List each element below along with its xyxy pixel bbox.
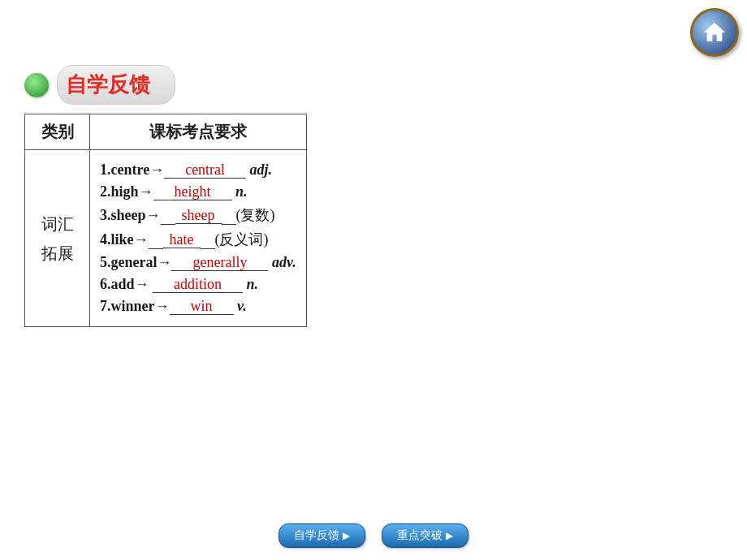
answer-1: central [179, 162, 231, 179]
blank-3b [222, 224, 236, 225]
blank-6b [228, 292, 243, 293]
cn-note-3: (复数) [236, 207, 275, 223]
blank-7b [219, 314, 234, 315]
answer-3: sheep [175, 207, 222, 224]
blank-7a [170, 314, 184, 315]
blank-4b [201, 248, 215, 249]
answer-2: height [168, 183, 218, 200]
title-section: 自学反馈 [24, 65, 175, 105]
vocab-item-2: 2.high→height n. [100, 183, 296, 200]
blank-2a [153, 200, 168, 200]
answer-5: generally [186, 254, 253, 271]
table-header-category: 类别 [25, 114, 90, 150]
vocabulary-table: 类别 课标考点要求 词汇拓展 1.centre→central adj. 2.h… [24, 114, 307, 327]
nav-arrow-2: ▶ [446, 530, 453, 542]
nav-button-key-points[interactable]: 重点突破 ▶ [382, 523, 468, 548]
vocab-item-1: 1.centre→central adj. [100, 162, 296, 179]
answer-4: hate [163, 231, 201, 248]
bottom-navigation: 自学反馈 ▶ 重点突破 ▶ [279, 523, 468, 548]
table-header-requirement: 课标考点要求 [90, 114, 307, 150]
blank-3a [161, 224, 175, 225]
nav-button-self-study[interactable]: 自学反馈 ▶ [279, 523, 365, 548]
vocab-item-5: 5.general→generally adv. [100, 254, 296, 271]
vocab-item-3: 3.sheep→sheep(复数) [100, 205, 296, 225]
blank-1a [164, 178, 179, 179]
blank-5a [171, 270, 186, 271]
vocab-prefix-1: 1.centre→ [100, 162, 164, 178]
suffix-2: n. [235, 183, 248, 200]
home-button[interactable] [690, 8, 739, 57]
vocab-item-4: 4.like→hate(反义词) [100, 230, 296, 249]
vocab-prefix-4: 4.like→ [100, 231, 149, 248]
vocab-prefix-5: 5.general→ [100, 254, 171, 270]
vocab-prefix-7: 7.winner→ [100, 298, 170, 314]
answer-6: addition [167, 276, 228, 293]
blank-6a [153, 292, 167, 293]
nav-arrow-1: ▶ [343, 530, 350, 542]
home-icon [702, 19, 728, 45]
blank-1b [231, 178, 246, 179]
blank-2b [218, 200, 232, 200]
nav-label-1: 自学反馈 [294, 528, 339, 543]
green-circle-icon [24, 73, 49, 97]
nav-label-2: 重点突破 [397, 528, 443, 543]
table-row-vocabulary: 词汇拓展 1.centre→central adj. 2.high→height… [25, 150, 307, 327]
blank-5b [253, 270, 268, 271]
cn-note-4: (反义词) [215, 231, 269, 248]
vocab-prefix-6: 6.add→ [100, 276, 153, 292]
vocab-item-7: 7.winner→win v. [100, 298, 296, 315]
vocab-prefix-2: 2.high→ [100, 183, 153, 200]
suffix-6: n. [247, 276, 259, 292]
vocab-prefix-3: 3.sheep→ [100, 207, 161, 223]
category-cell: 词汇拓展 [25, 150, 90, 327]
page-title: 自学反馈 [57, 65, 175, 105]
content-cell: 1.centre→central adj. 2.high→height n. 3… [90, 150, 307, 327]
answer-7: win [184, 298, 219, 315]
vocab-item-6: 6.add→ addition n. [100, 276, 296, 293]
suffix-7: v. [237, 298, 247, 314]
suffix-5: adv. [272, 254, 296, 270]
blank-4a [149, 248, 163, 249]
suffix-1: adj. [250, 162, 273, 178]
